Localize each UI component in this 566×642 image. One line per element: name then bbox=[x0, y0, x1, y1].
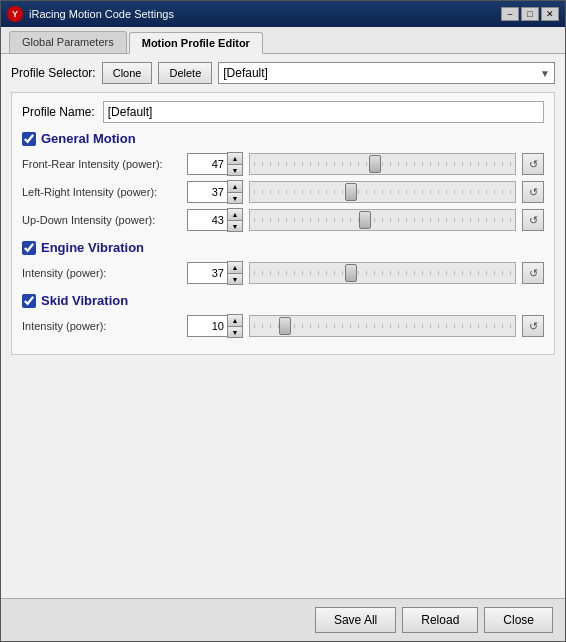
profile-dropdown[interactable]: [Default] ▼ bbox=[218, 62, 555, 84]
left-right-label: Left-Right Intensity (power): bbox=[22, 186, 187, 198]
main-window: Y iRacing Motion Code Settings – □ ✕ Glo… bbox=[0, 0, 566, 642]
up-down-input[interactable] bbox=[187, 209, 227, 231]
front-rear-label: Front-Rear Intensity (power): bbox=[22, 158, 187, 170]
skid-intensity-row: Intensity (power): ▲ ▼ ↺ bbox=[22, 314, 544, 338]
window-title: iRacing Motion Code Settings bbox=[29, 8, 174, 20]
reset-icon: ↺ bbox=[529, 158, 538, 171]
engine-vibration-header: Engine Vibration bbox=[22, 240, 544, 255]
close-button[interactable]: Close bbox=[484, 607, 553, 633]
reset-icon-4: ↺ bbox=[529, 267, 538, 280]
close-window-button[interactable]: ✕ bbox=[541, 7, 559, 21]
skid-vibration-section: Skid Vibration Intensity (power): ▲ ▼ bbox=[22, 293, 544, 338]
front-rear-row: Front-Rear Intensity (power): ▲ ▼ ↺ bbox=[22, 152, 544, 176]
skid-slider-wrapper bbox=[249, 315, 516, 337]
up-down-reset-button[interactable]: ↺ bbox=[522, 209, 544, 231]
engine-vibration-checkbox[interactable] bbox=[22, 241, 36, 255]
up-down-row: Up-Down Intensity (power): ▲ ▼ ↺ bbox=[22, 208, 544, 232]
left-right-spinner: ▲ ▼ bbox=[187, 180, 243, 204]
profile-selector-row: Profile Selector: Clone Delete [Default]… bbox=[11, 62, 555, 84]
up-down-spinner: ▲ ▼ bbox=[187, 208, 243, 232]
front-rear-slider[interactable] bbox=[254, 162, 511, 166]
up-down-slider[interactable] bbox=[254, 218, 511, 222]
title-bar: Y iRacing Motion Code Settings – □ ✕ bbox=[1, 1, 565, 27]
engine-intensity-spinner: ▲ ▼ bbox=[187, 261, 243, 285]
left-right-row: Left-Right Intensity (power): ▲ ▼ ↺ bbox=[22, 180, 544, 204]
profile-selector-label: Profile Selector: bbox=[11, 66, 96, 80]
front-rear-spinner: ▲ ▼ bbox=[187, 152, 243, 176]
minimize-icon: – bbox=[507, 9, 512, 19]
close-icon: ✕ bbox=[546, 9, 554, 19]
reset-icon-2: ↺ bbox=[529, 186, 538, 199]
front-rear-slider-wrapper bbox=[249, 153, 516, 175]
minimize-button[interactable]: – bbox=[501, 7, 519, 21]
skid-intensity-slider[interactable] bbox=[254, 324, 511, 328]
general-motion-section: General Motion Front-Rear Intensity (pow… bbox=[22, 131, 544, 232]
left-right-input[interactable] bbox=[187, 181, 227, 203]
skid-vibration-header: Skid Vibration bbox=[22, 293, 544, 308]
tab-bar: Global Parameters Motion Profile Editor bbox=[1, 27, 565, 54]
left-right-spinner-buttons: ▲ ▼ bbox=[227, 180, 243, 204]
engine-spinner-buttons: ▲ ▼ bbox=[227, 261, 243, 285]
engine-intensity-label: Intensity (power): bbox=[22, 267, 187, 279]
skid-down-button[interactable]: ▼ bbox=[228, 326, 242, 337]
skid-reset-button[interactable]: ↺ bbox=[522, 315, 544, 337]
up-down-up-button[interactable]: ▲ bbox=[228, 209, 242, 220]
save-all-button[interactable]: Save All bbox=[315, 607, 396, 633]
engine-vibration-section: Engine Vibration Intensity (power): ▲ ▼ bbox=[22, 240, 544, 285]
front-rear-input[interactable] bbox=[187, 153, 227, 175]
engine-intensity-input[interactable] bbox=[187, 262, 227, 284]
engine-reset-button[interactable]: ↺ bbox=[522, 262, 544, 284]
up-down-label: Up-Down Intensity (power): bbox=[22, 214, 187, 226]
engine-down-button[interactable]: ▼ bbox=[228, 273, 242, 284]
left-right-slider[interactable] bbox=[254, 190, 511, 194]
reset-icon-5: ↺ bbox=[529, 320, 538, 333]
up-down-spinner-buttons: ▲ ▼ bbox=[227, 208, 243, 232]
maximize-icon: □ bbox=[527, 9, 532, 19]
left-right-up-button[interactable]: ▲ bbox=[228, 181, 242, 192]
engine-intensity-slider[interactable] bbox=[254, 271, 511, 275]
reload-button[interactable]: Reload bbox=[402, 607, 478, 633]
left-right-down-button[interactable]: ▼ bbox=[228, 192, 242, 203]
app-logo: Y bbox=[7, 6, 23, 22]
front-rear-reset-button[interactable]: ↺ bbox=[522, 153, 544, 175]
engine-vibration-title: Engine Vibration bbox=[41, 240, 144, 255]
tab-global-parameters[interactable]: Global Parameters bbox=[9, 31, 127, 53]
front-rear-up-button[interactable]: ▲ bbox=[228, 153, 242, 164]
front-rear-down-button[interactable]: ▼ bbox=[228, 164, 242, 175]
left-right-slider-wrapper bbox=[249, 181, 516, 203]
tab-motion-profile-editor[interactable]: Motion Profile Editor bbox=[129, 32, 263, 54]
skid-vibration-checkbox[interactable] bbox=[22, 294, 36, 308]
skid-spinner-buttons: ▲ ▼ bbox=[227, 314, 243, 338]
general-motion-header: General Motion bbox=[22, 131, 544, 146]
footer: Save All Reload Close bbox=[1, 598, 565, 641]
skid-up-button[interactable]: ▲ bbox=[228, 315, 242, 326]
left-right-reset-button[interactable]: ↺ bbox=[522, 181, 544, 203]
settings-panel: Profile Name: General Motion Front-Rear … bbox=[11, 92, 555, 355]
main-content: Profile Selector: Clone Delete [Default]… bbox=[1, 54, 565, 598]
general-motion-checkbox[interactable] bbox=[22, 132, 36, 146]
profile-name-row: Profile Name: bbox=[22, 101, 544, 123]
profile-name-label: Profile Name: bbox=[22, 105, 95, 119]
general-motion-title: General Motion bbox=[41, 131, 136, 146]
clone-button[interactable]: Clone bbox=[102, 62, 153, 84]
engine-slider-wrapper bbox=[249, 262, 516, 284]
delete-button[interactable]: Delete bbox=[158, 62, 212, 84]
front-rear-spinner-buttons: ▲ ▼ bbox=[227, 152, 243, 176]
dropdown-arrow-icon: ▼ bbox=[540, 68, 550, 79]
maximize-button[interactable]: □ bbox=[521, 7, 539, 21]
profile-name-input[interactable] bbox=[103, 101, 544, 123]
reset-icon-3: ↺ bbox=[529, 214, 538, 227]
profile-dropdown-value: [Default] bbox=[223, 66, 268, 80]
skid-vibration-title: Skid Vibration bbox=[41, 293, 128, 308]
engine-up-button[interactable]: ▲ bbox=[228, 262, 242, 273]
up-down-slider-wrapper bbox=[249, 209, 516, 231]
skid-intensity-label: Intensity (power): bbox=[22, 320, 187, 332]
title-bar-controls: – □ ✕ bbox=[501, 7, 559, 21]
skid-intensity-input[interactable] bbox=[187, 315, 227, 337]
up-down-down-button[interactable]: ▼ bbox=[228, 220, 242, 231]
engine-intensity-row: Intensity (power): ▲ ▼ ↺ bbox=[22, 261, 544, 285]
skid-intensity-spinner: ▲ ▼ bbox=[187, 314, 243, 338]
title-bar-left: Y iRacing Motion Code Settings bbox=[7, 6, 174, 22]
